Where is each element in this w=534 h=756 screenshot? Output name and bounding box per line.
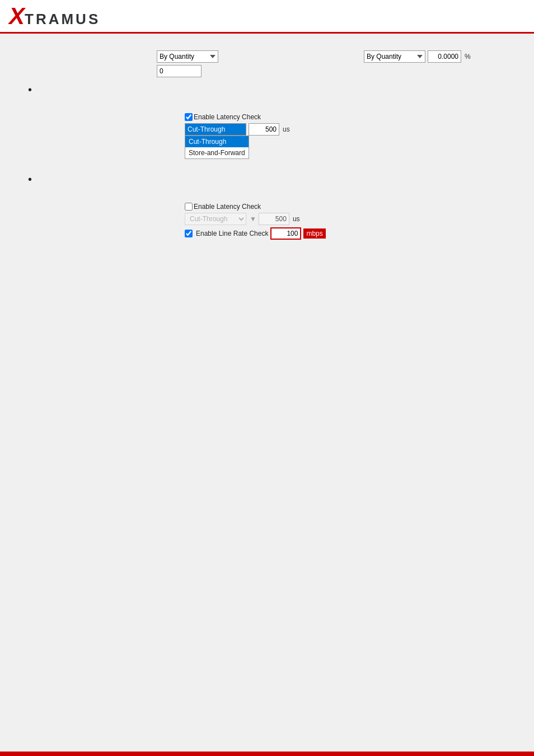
section2-latency-unit: us (293, 215, 300, 223)
section1-latency-unit: us (283, 125, 290, 133)
section2-line-rate-value[interactable] (270, 227, 301, 240)
top-right-dropdown[interactable]: By Quantity (364, 50, 425, 63)
section2-latency-value (259, 213, 289, 225)
section2-line-rate-unit: mbps (303, 228, 325, 239)
section1-enable-latency-checkbox[interactable] (185, 113, 193, 121)
top-right-unit: % (465, 53, 471, 60)
logo-text: TRAMUS (25, 11, 100, 28)
section2-enable-line-rate-label: Enable Line Rate Check (196, 230, 268, 237)
section2-enable-line-rate-checkbox[interactable] (185, 230, 193, 237)
section1-mode-dropdown-container: Cut-Through Cut-Through Store-and-Forwar… (185, 123, 246, 136)
section1-latency-value[interactable] (249, 123, 279, 136)
section2-mode-dropdown: Cut-Through (185, 213, 246, 225)
logo-x-letter: X (9, 4, 25, 28)
top-left-dropdown[interactable]: By Quantity (157, 50, 218, 63)
dropdown-option-cut-through[interactable]: Cut-Through (185, 136, 249, 147)
section2-enable-latency-label: Enable Latency Check (194, 203, 261, 211)
dropdown-option-store-and-forward[interactable]: Store-and-Forward (185, 147, 249, 158)
section1-mode-dropdown[interactable]: Cut-Through (185, 123, 246, 136)
logo: X TRAMUS (9, 4, 100, 28)
footer-bar (0, 752, 534, 756)
section2-enable-latency-checkbox[interactable] (185, 203, 193, 211)
top-right-input[interactable] (428, 50, 461, 63)
section2-dropdown-arrow: ▼ (250, 215, 256, 223)
top-left-input[interactable] (157, 65, 202, 77)
section1-dropdown-menu: Cut-Through Store-and-Forward (185, 136, 249, 159)
main-content: By Quantity By Quantity % • Enable Laten… (0, 34, 534, 273)
bullet-2: • (28, 172, 32, 186)
bullet-1: • (28, 83, 32, 96)
header: X TRAMUS (0, 0, 534, 34)
section1-enable-latency-label: Enable Latency Check (194, 113, 261, 121)
